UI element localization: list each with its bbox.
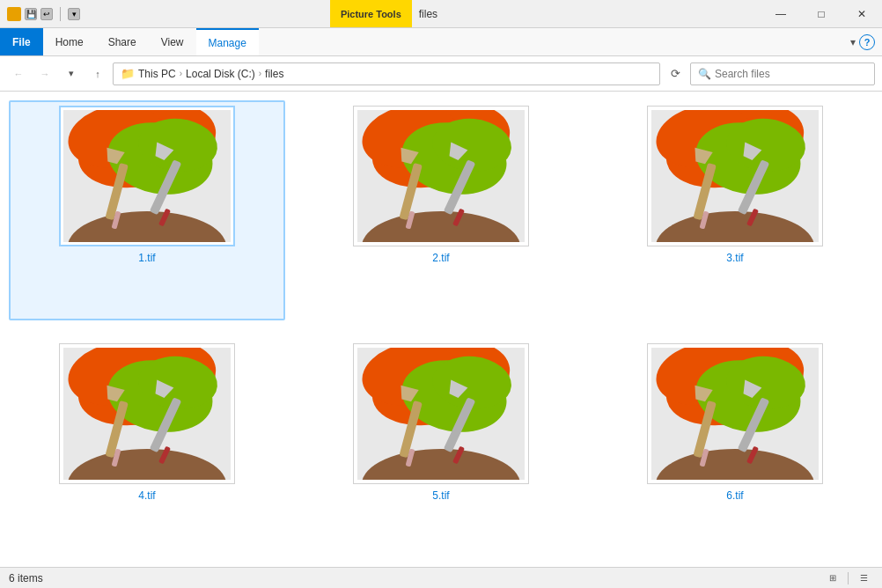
item-count-label: 6 items: [9, 572, 43, 584]
file-label-2: 2.tif: [432, 252, 449, 264]
grid-view-icon: ⊞: [829, 573, 836, 583]
qat-undo-btn[interactable]: ↩: [40, 8, 53, 20]
thumbnail-1: [59, 106, 235, 246]
breadcrumb-sep2: ›: [259, 69, 261, 78]
search-input[interactable]: [715, 68, 867, 80]
tab-home[interactable]: Home: [43, 28, 96, 55]
thumbnail-6: [647, 343, 823, 484]
breadcrumb-files[interactable]: files: [265, 68, 283, 80]
maximize-button[interactable]: □: [801, 0, 842, 27]
view-divider: [848, 572, 849, 584]
nav-bar: ← → ▾ ↑ 📁 This PC › Local Disk (C:) › fi…: [0, 56, 882, 92]
forward-button[interactable]: →: [33, 62, 56, 85]
file-grid: 1.tif 2.tif: [0, 92, 882, 567]
qat-save-btn[interactable]: 💾: [25, 8, 37, 20]
title-bar-left: 💾 ↩ ▾: [0, 0, 330, 27]
ribbon: File Home Share View Manage ▾ ?: [0, 28, 882, 56]
picture-tools-tab[interactable]: Picture Tools: [330, 0, 412, 27]
tab-file[interactable]: File: [0, 28, 43, 55]
tab-share[interactable]: Share: [96, 28, 149, 55]
breadcrumb-thispc[interactable]: This PC: [138, 68, 176, 80]
search-bar[interactable]: 🔍: [690, 62, 875, 85]
recent-locations-button[interactable]: ▾: [60, 62, 83, 85]
list-item[interactable]: 5.tif: [303, 338, 579, 558]
title-bar: 💾 ↩ ▾ Picture Tools files — □ ✕: [0, 0, 882, 28]
file-label-6: 6.tif: [726, 489, 743, 502]
minimize-button[interactable]: —: [761, 0, 801, 27]
list-view-icon: ☰: [860, 573, 868, 583]
thumbnail-4: [59, 343, 235, 484]
breadcrumb-sep1: ›: [180, 69, 182, 78]
qat-dropdown-btn[interactable]: ▾: [68, 8, 80, 20]
up-button[interactable]: ↑: [86, 62, 109, 85]
view-controls: ⊞ ☰: [823, 570, 873, 586]
list-item[interactable]: 6.tif: [597, 338, 873, 558]
address-bar[interactable]: 📁 This PC › Local Disk (C:) › files: [113, 62, 660, 85]
tab-manage[interactable]: Manage: [196, 28, 259, 55]
thumbnail-2: [353, 106, 529, 246]
list-item[interactable]: 3.tif: [597, 100, 873, 320]
file-label-3: 3.tif: [726, 252, 743, 264]
thumbnail-5: [353, 343, 529, 484]
ribbon-help-icon[interactable]: ?: [859, 34, 875, 50]
list-view-button[interactable]: ☰: [854, 570, 873, 586]
qat-separator: [60, 7, 61, 21]
tab-view[interactable]: View: [149, 28, 196, 55]
search-icon: 🔍: [698, 68, 711, 80]
file-label-5: 5.tif: [432, 489, 449, 502]
list-item[interactable]: 1.tif: [9, 100, 285, 320]
ribbon-chevron-icon[interactable]: ▾: [850, 36, 856, 48]
back-button[interactable]: ←: [7, 62, 30, 85]
file-label-1: 1.tif: [138, 252, 155, 264]
window-title: files: [412, 0, 445, 27]
picture-tools-label: Picture Tools: [341, 9, 401, 19]
refresh-button[interactable]: ⟳: [664, 62, 687, 85]
file-label-4: 4.tif: [138, 489, 155, 502]
status-bar: 6 items ⊞ ☰: [0, 567, 882, 588]
close-button[interactable]: ✕: [842, 0, 882, 27]
address-folder-icon: 📁: [121, 67, 135, 80]
main-content: 1.tif 2.tif: [0, 92, 882, 567]
app-icon: [7, 7, 21, 21]
window-controls: — □ ✕: [761, 0, 882, 27]
thumbnail-3: [647, 106, 823, 246]
breadcrumb-localdisk[interactable]: Local Disk (C:): [186, 68, 255, 80]
grid-view-button[interactable]: ⊞: [823, 570, 842, 586]
list-item[interactable]: 4.tif: [9, 338, 285, 558]
list-item[interactable]: 2.tif: [303, 100, 579, 320]
